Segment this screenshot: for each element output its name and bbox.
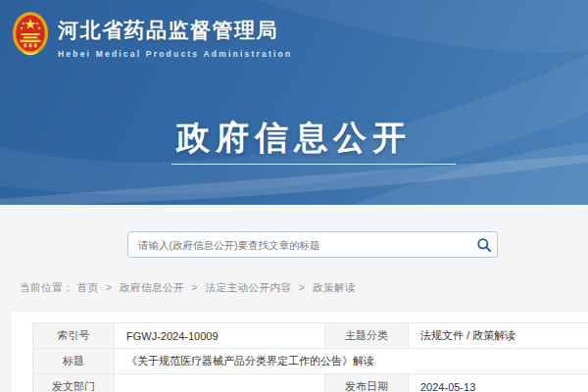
breadcrumb-separator: >: [299, 281, 306, 293]
search-button[interactable]: [471, 232, 497, 257]
document-info-card: 索引号 FGWJ-2024-10009 主题分类 法规文件 / 政策解读 标题 …: [12, 312, 588, 392]
table-row: 发文部门 发布日期 2024-05-13: [33, 374, 588, 392]
breadcrumb-separator: >: [191, 281, 198, 293]
field-value-index-number: FGWJ-2024-10009: [115, 323, 325, 349]
search-box: [127, 231, 498, 258]
search-icon: [476, 237, 492, 253]
top-banner: 河北省药品监督管理局 Hebei Medical Products Admini…: [0, 0, 588, 205]
field-label-issuing-department: 发文部门: [33, 374, 115, 392]
field-label-title: 标题: [33, 349, 115, 374]
info-table: 索引号 FGWJ-2024-10009 主题分类 法规文件 / 政策解读 标题 …: [32, 322, 588, 392]
field-value-title: 《关于规范医疗器械产品分类界定工作的公告》解读: [115, 349, 588, 374]
breadcrumb-item-statutory-disclosure[interactable]: 法定主动公开内容: [205, 281, 291, 293]
search-input[interactable]: [128, 239, 471, 251]
field-value-subject-category: 法规文件 / 政策解读: [409, 323, 588, 349]
field-value-issuing-department: [115, 374, 325, 392]
field-label-subject-category: 主题分类: [325, 323, 409, 349]
breadcrumb-item-home[interactable]: 首页: [76, 281, 98, 293]
table-row: 索引号 FGWJ-2024-10009 主题分类 法规文件 / 政策解读: [33, 323, 588, 349]
breadcrumb-item-gov-info[interactable]: 政府信息公开: [120, 281, 184, 293]
banner-underline: [172, 164, 456, 165]
site-name: 河北省药品监督管理局: [58, 17, 292, 44]
national-emblem-icon: [12, 11, 49, 58]
breadcrumb-item-policy-interpretation[interactable]: 政策解读: [313, 281, 356, 293]
breadcrumb-prefix: 当前位置：: [20, 281, 74, 293]
page: { "header": { "site_name": "河北省药品监督管理局",…: [0, 0, 588, 392]
field-label-publish-date: 发布日期: [325, 374, 409, 392]
table-row: 标题 《关于规范医疗器械产品分类界定工作的公告》解读: [33, 349, 588, 374]
content-area: 当前位置： 首页 > 政府信息公开 > 法定主动公开内容 > 政策解读 索引号 …: [0, 205, 588, 392]
page-title: 政府信息公开: [0, 116, 588, 161]
site-name-english: Hebei Medical Products Administration: [58, 49, 292, 59]
field-value-publish-date: 2024-05-13: [409, 374, 588, 392]
field-label-index-number: 索引号: [33, 323, 115, 349]
breadcrumb: 当前位置： 首页 > 政府信息公开 > 法定主动公开内容 > 政策解读: [20, 281, 356, 295]
site-header: 河北省药品监督管理局 Hebei Medical Products Admini…: [12, 8, 292, 59]
breadcrumb-separator: >: [106, 281, 113, 293]
